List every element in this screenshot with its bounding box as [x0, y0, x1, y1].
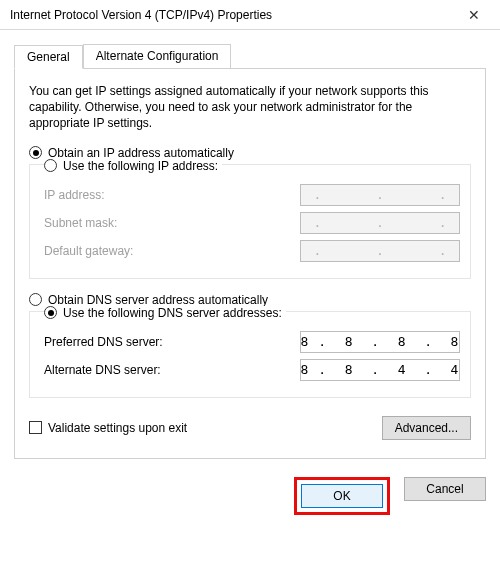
input-ip-address: . . .	[300, 184, 460, 206]
radio-use-following-ip[interactable]	[44, 159, 57, 172]
dialog-actions: OK Cancel	[0, 469, 500, 525]
tab-container: General Alternate Configuration You can …	[14, 44, 486, 459]
input-subnet-mask: . . .	[300, 212, 460, 234]
tab-alternate-configuration[interactable]: Alternate Configuration	[83, 44, 232, 68]
field-ip-address: IP address: . . .	[44, 184, 460, 206]
label-alternate-dns: Alternate DNS server:	[44, 363, 161, 377]
content-area: General Alternate Configuration You can …	[0, 30, 500, 469]
label-default-gateway: Default gateway:	[44, 244, 133, 258]
radio-label-use-following-dns: Use the following DNS server addresses:	[63, 306, 282, 320]
radio-obtain-ip-auto[interactable]	[29, 146, 42, 159]
radio-row-obtain-dns-auto[interactable]: Obtain DNS server address automatically	[29, 293, 471, 307]
radio-label-obtain-ip-auto: Obtain an IP address automatically	[48, 146, 234, 160]
radio-label-obtain-dns-auto: Obtain DNS server address automatically	[48, 293, 268, 307]
advanced-button[interactable]: Advanced...	[382, 416, 471, 440]
input-preferred-dns[interactable]: 8 . 8 . 8 . 8	[300, 331, 460, 353]
radio-use-following-dns[interactable]	[44, 306, 57, 319]
radio-obtain-dns-auto[interactable]	[29, 293, 42, 306]
close-icon: ✕	[468, 7, 480, 23]
close-button[interactable]: ✕	[454, 1, 494, 29]
label-subnet-mask: Subnet mask:	[44, 216, 117, 230]
tab-strip: General Alternate Configuration	[14, 44, 486, 68]
ok-button[interactable]: OK	[301, 484, 383, 508]
title-bar: Internet Protocol Version 4 (TCP/IPv4) P…	[0, 0, 500, 30]
label-ip-address: IP address:	[44, 188, 104, 202]
cancel-button[interactable]: Cancel	[404, 477, 486, 501]
field-default-gateway: Default gateway: . . .	[44, 240, 460, 262]
tab-panel-general: You can get IP settings assigned automat…	[14, 68, 486, 459]
intro-text: You can get IP settings assigned automat…	[29, 83, 471, 132]
radio-label-use-following-ip: Use the following IP address:	[63, 159, 218, 173]
field-preferred-dns: Preferred DNS server: 8 . 8 . 8 . 8	[44, 331, 460, 353]
group-ip-address: Use the following IP address: IP address…	[29, 164, 471, 279]
radio-row-obtain-ip-auto[interactable]: Obtain an IP address automatically	[29, 146, 471, 160]
field-subnet-mask: Subnet mask: . . .	[44, 212, 460, 234]
label-validate-settings: Validate settings upon exit	[48, 421, 187, 435]
checkbox-row-validate[interactable]: Validate settings upon exit	[29, 421, 187, 435]
group-dns-servers: Use the following DNS server addresses: …	[29, 311, 471, 398]
input-alternate-dns[interactable]: 8 . 8 . 4 . 4	[300, 359, 460, 381]
field-alternate-dns: Alternate DNS server: 8 . 8 . 4 . 4	[44, 359, 460, 381]
tab-general[interactable]: General	[14, 45, 83, 69]
checkbox-validate-settings[interactable]	[29, 421, 42, 434]
label-preferred-dns: Preferred DNS server:	[44, 335, 163, 349]
ok-highlight: OK	[294, 477, 390, 515]
window-title: Internet Protocol Version 4 (TCP/IPv4) P…	[10, 8, 272, 22]
panel-footer: Validate settings upon exit Advanced...	[29, 416, 471, 440]
input-default-gateway: . . .	[300, 240, 460, 262]
